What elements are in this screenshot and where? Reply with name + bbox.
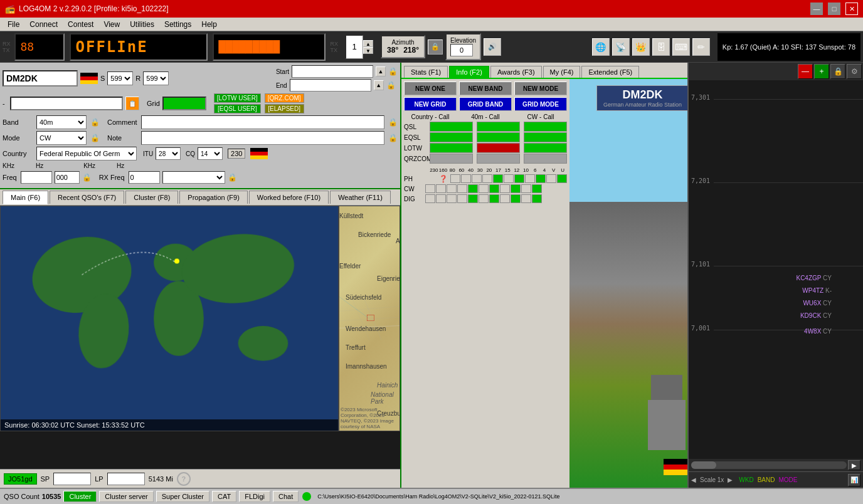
name-input[interactable]: Detlef Kaempfe: [10, 97, 123, 110]
eqsl-tag-button[interactable]: [EQSL USER]: [214, 104, 261, 113]
start-lock-icon[interactable]: 🔒: [388, 67, 398, 76]
tab-propagation[interactable]: Propagation (F9): [179, 191, 248, 204]
start-time-input[interactable]: 11/13/2023 15:58:24: [292, 65, 373, 78]
menu-utilities[interactable]: Utilities: [125, 19, 159, 30]
info-button[interactable]: 📋: [125, 97, 139, 110]
grid-mode-button[interactable]: GRID MODE: [514, 97, 567, 111]
tab-main[interactable]: Main (F6): [3, 191, 48, 204]
cq-select[interactable]: 14: [198, 147, 223, 160]
tab-recent-qsos[interactable]: Recent QSO's (F7): [50, 191, 124, 204]
keyboard-icon[interactable]: ⌨: [672, 38, 690, 56]
tab-cluster[interactable]: Cluster (F8): [125, 191, 178, 204]
new-grid-button[interactable]: NEW GRID: [404, 97, 457, 111]
end-time-up[interactable]: ▲: [374, 80, 384, 90]
end-time-input[interactable]: 11/13/2023 15:58:24: [290, 79, 371, 92]
new-one-button[interactable]: NEW ONE: [404, 81, 457, 95]
cluster-button[interactable]: Cluster: [63, 491, 97, 502]
note-lock-icon[interactable]: 🔒: [388, 134, 398, 142]
new-band-button[interactable]: NEW BAND: [459, 81, 512, 95]
r-report-select[interactable]: 599: [143, 71, 169, 85]
minimize-button[interactable]: —: [810, 3, 823, 15]
freq-hz-input[interactable]: [55, 171, 80, 184]
tab-info[interactable]: Info (F2): [449, 66, 489, 78]
antenna-icon[interactable]: 📡: [612, 38, 630, 56]
globe-icon[interactable]: 🌐: [592, 38, 610, 56]
comment-input[interactable]: [141, 115, 384, 129]
note-input[interactable]: [141, 131, 384, 145]
tab-my[interactable]: My (F4): [543, 66, 581, 78]
menu-view[interactable]: View: [98, 19, 125, 30]
rx-band-select[interactable]: [162, 171, 225, 184]
elevation-input[interactable]: [450, 44, 473, 56]
qrz-tag-button[interactable]: [QRZ.COM]: [265, 93, 304, 103]
end-lock-icon[interactable]: 🔒: [386, 81, 396, 90]
band-lock-icon[interactable]: 🔒: [90, 118, 100, 127]
menu-help[interactable]: Help: [196, 19, 222, 30]
itu-select[interactable]: 28: [156, 147, 181, 160]
sp-input[interactable]: 38.44: [53, 473, 91, 485]
country-select[interactable]: Federal Republic Of Germ: [36, 147, 137, 160]
s-report-select[interactable]: 599: [107, 71, 133, 85]
tab-extended[interactable]: Extended (F5): [581, 66, 639, 78]
freq-lock-icon[interactable]: 🔒: [82, 173, 92, 182]
new-mode-button[interactable]: NEW MODE: [514, 81, 567, 95]
rx-lock-icon[interactable]: 🔒: [228, 173, 237, 182]
close-button[interactable]: ✕: [845, 3, 858, 15]
chart-icon[interactable]: 📊: [848, 474, 860, 486]
menu-file[interactable]: File: [3, 19, 24, 30]
callsign-input[interactable]: [3, 70, 78, 87]
freq-scrollbar[interactable]: ▶: [689, 459, 863, 471]
lp-input[interactable]: 218.44: [107, 473, 145, 485]
seg-display-right: █████████: [213, 33, 326, 61]
sidebar-lock-button[interactable]: 🔒: [830, 64, 845, 79]
grid-input[interactable]: JO51gd: [162, 97, 206, 110]
menu-connect[interactable]: Connect: [24, 19, 63, 30]
menu-contest[interactable]: Contest: [63, 19, 98, 30]
cluster-entry-wp4tz[interactable]: WP4TZ K-: [802, 287, 832, 294]
mode-lock-icon[interactable]: 🔒: [90, 134, 100, 142]
crown-icon[interactable]: 👑: [632, 38, 650, 56]
cluster-entry-kd9ck[interactable]: KD9CK CY: [800, 312, 832, 319]
tab-stats[interactable]: Stats (F1): [404, 66, 448, 78]
channel-down-button[interactable]: ▼: [363, 47, 373, 54]
cluster-entry-kc4zgp[interactable]: KC4ZGP CY: [796, 275, 832, 281]
local-map[interactable]: Obermehler Schlotheim Ammern Küllstedt E…: [339, 206, 400, 431]
sidebar-green-button[interactable]: +: [814, 64, 829, 79]
grid-band-button[interactable]: GRID BAND: [459, 97, 512, 111]
comment-lock-icon[interactable]: 🔒: [388, 118, 398, 127]
fldigi-button[interactable]: FLDigi: [239, 491, 270, 502]
scrollbar-thumb[interactable]: [691, 461, 716, 469]
lock-icon[interactable]: 🔒: [428, 39, 443, 55]
database-icon[interactable]: 🗄: [652, 38, 670, 56]
maximize-button[interactable]: □: [828, 3, 840, 15]
cluster-entry-4w8x[interactable]: 4W8X CY: [804, 328, 832, 335]
tab-weather[interactable]: Weather (F11): [330, 191, 391, 204]
super-cluster-button[interactable]: Super Cluster: [156, 491, 209, 502]
start-time-up[interactable]: ▲: [376, 66, 386, 76]
freq-khz-input[interactable]: 0: [21, 171, 52, 184]
cluster-server-button[interactable]: Cluster server: [99, 491, 153, 502]
help-button[interactable]: ?: [177, 472, 191, 486]
channel-input[interactable]: [346, 35, 363, 59]
freq-scroll-right[interactable]: ▶: [848, 460, 860, 470]
sidebar-config-button[interactable]: ⚙: [847, 64, 862, 79]
sidebar-red-button[interactable]: —: [798, 64, 813, 79]
lotw-tag-button[interactable]: [LOTW USER]: [214, 93, 261, 103]
band-select[interactable]: 40m80m20m15m10m: [36, 115, 87, 129]
cat-button[interactable]: CAT: [212, 491, 236, 502]
tab-worked-before[interactable]: Worked before (F10): [249, 191, 329, 204]
ph-help-icon[interactable]: ❓: [439, 175, 448, 183]
elapsed-tag-button[interactable]: [ELAPSED]: [265, 104, 304, 113]
map-label-wendehausen: Wendehausen: [346, 325, 386, 332]
tab-awards[interactable]: Awards (F3): [490, 66, 542, 78]
rx-freq-khz-input[interactable]: [129, 171, 160, 184]
channel-up-button[interactable]: ▲: [363, 40, 373, 47]
sound-icon[interactable]: 🔊: [484, 38, 501, 56]
mode-select[interactable]: CWSSBFT8RTTY: [36, 131, 87, 145]
cluster-entry-wu6x[interactable]: WU6X CY: [803, 300, 832, 307]
chat-button[interactable]: Chat: [273, 491, 299, 502]
scale-left-btn[interactable]: ◀: [691, 476, 696, 483]
pen-icon[interactable]: ✏: [692, 38, 710, 56]
menu-settings[interactable]: Settings: [159, 19, 196, 30]
scale-right-btn[interactable]: ▶: [728, 476, 733, 483]
